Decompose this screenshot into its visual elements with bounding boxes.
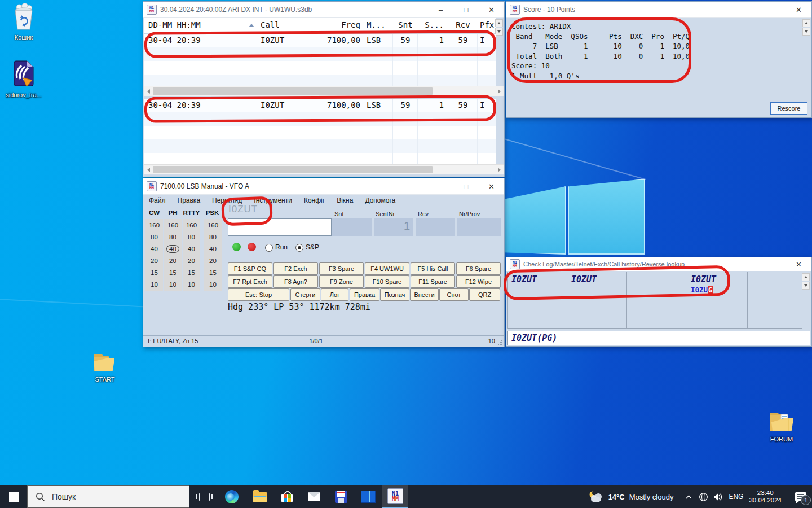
weather-desc[interactable]: Mostly cloudy: [629, 493, 674, 501]
volume-button[interactable]: [710, 485, 725, 508]
band-button[interactable]: 160: [145, 219, 163, 231]
floppy-app-button[interactable]: [328, 485, 354, 508]
scroll-right-arrow[interactable]: [496, 166, 502, 173]
band-button[interactable]: 20: [164, 255, 182, 266]
edit-button[interactable]: Правка: [350, 288, 379, 301]
close-button[interactable]: ✕: [786, 257, 811, 271]
scroll-up-arrow[interactable]: [802, 273, 810, 281]
red-status-lamp[interactable]: [248, 243, 256, 251]
column-header[interactable]: Rcv: [453, 20, 473, 29]
close-button[interactable]: ✕: [479, 2, 504, 17]
column-header[interactable]: Snt: [395, 20, 416, 29]
task-view-button[interactable]: [192, 485, 217, 508]
band-button[interactable]: 20: [145, 255, 163, 266]
scroll-down-arrow[interactable]: [495, 28, 503, 36]
log-row[interactable]: 30-04 20:39 I0ZUT 7100,00 LSB 59 1 59 I: [144, 34, 496, 47]
menu-config[interactable]: Конфіг: [304, 196, 325, 204]
taskbar-search[interactable]: [27, 485, 189, 508]
spot-button[interactable]: Спот: [439, 288, 469, 301]
log-row[interactable]: 30-04 20:39 I0ZUT 7100,00 LSB 59 1 59 I: [144, 99, 496, 112]
band-button[interactable]: 15: [164, 266, 182, 278]
band-button[interactable]: 20: [204, 255, 222, 266]
column-header[interactable]: Call: [261, 20, 280, 29]
fkey-f5[interactable]: F5 His Call: [411, 262, 455, 275]
menu-help[interactable]: Допомога: [365, 196, 395, 204]
score-vertical-scrollbar[interactable]: [802, 19, 810, 36]
menu-view[interactable]: Перегляд: [212, 196, 242, 204]
network-button[interactable]: [696, 485, 710, 508]
green-status-lamp[interactable]: [232, 243, 241, 251]
run-radio[interactable]: [265, 244, 273, 252]
band-button[interactable]: 40: [183, 243, 200, 255]
master-suggestion[interactable]: I0ZUG: [691, 286, 713, 294]
weather-button[interactable]: [586, 485, 605, 508]
band-button[interactable]: 10: [164, 278, 182, 290]
desktop-icon-forum-folder[interactable]: FORUM: [760, 411, 803, 443]
mark-button[interactable]: Познач: [380, 288, 409, 301]
menu-edit[interactable]: Правка: [178, 196, 201, 204]
band-button[interactable]: 160: [183, 219, 200, 231]
notification-center-button[interactable]: 1: [789, 485, 812, 508]
file-explorer-button[interactable]: [247, 485, 273, 508]
log-vertical-scrollbar[interactable]: [495, 19, 503, 36]
close-button[interactable]: ✕: [479, 178, 504, 194]
minimize-button[interactable]: –: [428, 178, 453, 194]
entry-window-titlebar[interactable]: N1MM 7100,00 LSB Manual - VFO A – □ ✕: [143, 178, 504, 195]
band-button[interactable]: 20: [183, 255, 200, 266]
desktop-icon-recycle-bin[interactable]: Кошик: [2, 3, 45, 41]
scroll-down-arrow[interactable]: [802, 282, 810, 290]
language-indicator[interactable]: ENG: [729, 493, 743, 501]
resize-grip[interactable]: [497, 340, 503, 345]
check-cell[interactable]: [748, 272, 802, 328]
snt-field[interactable]: [332, 218, 372, 236]
fkey-f8[interactable]: F8 Agn?: [273, 275, 318, 288]
check-cell[interactable]: [627, 272, 687, 328]
fkey-f9[interactable]: F9 Zone: [319, 275, 364, 288]
check-cell[interactable]: I0ZUT: [568, 272, 627, 328]
menu-file[interactable]: Файл: [149, 196, 166, 204]
column-header[interactable]: M...: [367, 20, 386, 29]
qrz-button[interactable]: QRZ: [469, 288, 500, 301]
grid-app-button[interactable]: [355, 485, 381, 508]
band-button[interactable]: 10: [204, 278, 222, 290]
rescore-button[interactable]: Rescore: [770, 102, 807, 115]
callsign-input[interactable]: [228, 218, 332, 236]
start-button[interactable]: [0, 485, 27, 508]
nrprov-field[interactable]: [457, 218, 501, 236]
check-cell[interactable]: I0ZUT: [508, 272, 568, 328]
check-cell[interactable]: I0ZUT: [687, 272, 748, 328]
fkey-f11[interactable]: F11 Spare: [411, 275, 455, 288]
column-header[interactable]: Pfx: [480, 20, 494, 29]
scrollbar-thumb[interactable]: [153, 87, 433, 95]
scroll-right-arrow[interactable]: [496, 87, 502, 95]
check-window-titlebar[interactable]: N1MM Check Log/Master/Telnet/Exch/Call h…: [506, 257, 811, 271]
mail-button[interactable]: [301, 485, 327, 508]
menu-tools[interactable]: Інструменти: [254, 196, 292, 204]
taskbar-clock[interactable]: 23:40 30.04.2024: [749, 489, 782, 504]
tray-chevron-button[interactable]: [681, 485, 696, 508]
band-button[interactable]: 80: [145, 231, 163, 243]
band-button[interactable]: 160: [164, 219, 182, 231]
band-button[interactable]: 40: [204, 243, 222, 255]
rcv-field[interactable]: [416, 218, 455, 236]
wipe-button[interactable]: Стерти: [290, 288, 320, 301]
sentnr-field[interactable]: 1: [374, 218, 413, 236]
log-horizontal-scrollbar[interactable]: [144, 86, 504, 96]
scrollbar-thumb[interactable]: [153, 166, 433, 173]
n1mm-taskbar-button[interactable]: N1MM: [382, 485, 408, 508]
scroll-left-arrow[interactable]: [145, 166, 152, 173]
fkey-f6[interactable]: F6 Spare: [456, 262, 501, 275]
log-horizontal-scrollbar[interactable]: [144, 164, 504, 174]
scroll-up-arrow[interactable]: [802, 19, 810, 27]
column-header[interactable]: Freq: [311, 20, 360, 29]
band-button[interactable]: 80: [164, 231, 182, 243]
band-button[interactable]: 160: [204, 219, 222, 231]
search-input[interactable]: [51, 492, 166, 502]
fkey-f4[interactable]: F4 UW1WU: [365, 262, 409, 275]
band-button[interactable]: 10: [145, 278, 163, 290]
log-column-header[interactable]: DD-MM HH:MM Call Freq M... Snt S... Rcv …: [144, 18, 496, 33]
band-button[interactable]: 40: [145, 243, 163, 255]
fkey-f1[interactable]: F1 S&P CQ: [228, 262, 272, 275]
band-button[interactable]: 15: [204, 266, 222, 278]
log-button[interactable]: Лог: [321, 288, 348, 301]
